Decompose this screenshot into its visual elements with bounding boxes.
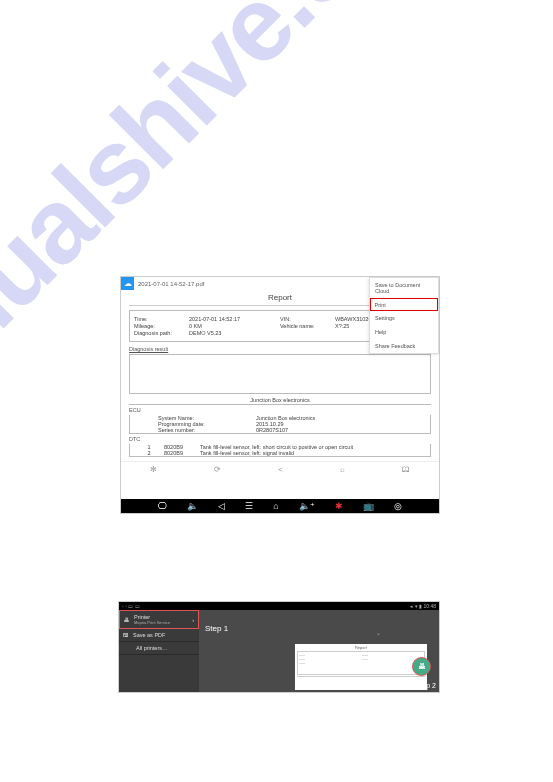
meta-time-value: 2021-07-01 14:52:17 bbox=[189, 316, 240, 322]
meta-path-label: Diagnosis path: bbox=[134, 330, 189, 336]
pdf-icon: 🖫 bbox=[123, 632, 129, 638]
record-icon[interactable]: 📺 bbox=[363, 501, 374, 511]
print-icon: 🖶 bbox=[418, 662, 426, 671]
share-icon[interactable]: < bbox=[278, 465, 283, 474]
meta-vname-label: Vehicle name: bbox=[280, 323, 335, 329]
dtc-table: 18020B9Tank fill-level sensor, left: sho… bbox=[129, 444, 431, 457]
chevron-down-icon[interactable]: ⌄ bbox=[376, 629, 381, 636]
status-left: ◦ ◦ ▭ ▭ bbox=[122, 603, 140, 609]
dtc-desc: Tank fill-level sensor, left: signal inv… bbox=[200, 450, 426, 456]
ecu-row-label: Series number: bbox=[134, 427, 256, 433]
bookmark-icon[interactable]: 🕮 bbox=[402, 465, 410, 474]
step1-label: Step 1 bbox=[205, 624, 228, 633]
screenshot-1: ☁ 2021-07-01 14-52-17.pdf Save to Docume… bbox=[120, 276, 440, 514]
dtc-num: 2 bbox=[134, 450, 164, 456]
printer-icon: 🖶 bbox=[124, 617, 130, 623]
sub-heading-1: Junction Box electronics bbox=[129, 396, 431, 405]
home-icon[interactable]: ⌂ bbox=[273, 501, 278, 511]
brightness-icon[interactable]: ✻ bbox=[150, 465, 157, 474]
preview-title: Report bbox=[296, 645, 426, 650]
printer-option[interactable]: 🖶 Printer Mopria Print Service › bbox=[119, 610, 199, 629]
pdf-label: Save as PDF bbox=[133, 632, 165, 638]
context-menu: Save to Document Cloud Print Settings He… bbox=[369, 277, 439, 354]
menu-help[interactable]: Help bbox=[370, 325, 438, 339]
back-icon[interactable]: ◁ bbox=[218, 501, 225, 511]
reload-icon[interactable]: ⟳ bbox=[214, 465, 221, 474]
meta-vname-value: X?:25 bbox=[335, 323, 349, 329]
print-preview-area: Step 1 ⌄ Report —————————— 🖶 Step 2 bbox=[199, 610, 439, 692]
printer-menu: 🖶 Printer Mopria Print Service › 🖫 Save … bbox=[119, 610, 199, 692]
step2-label: Step 2 bbox=[416, 682, 436, 689]
meta-path-value: DEMO V5.23 bbox=[189, 330, 221, 336]
menu-settings[interactable]: Settings bbox=[370, 311, 438, 325]
volume-up-icon[interactable]: 🔈⁺ bbox=[299, 501, 315, 511]
print-fab[interactable]: 🖶 bbox=[412, 657, 431, 676]
status-bar: ◦ ◦ ▭ ▭ ◂ ▾ ▮ 10:48 bbox=[119, 602, 439, 610]
status-right: ◂ ▾ ▮ 10:48 bbox=[410, 603, 436, 609]
dtc-code: 8020B9 bbox=[164, 450, 200, 456]
dtc-heading: DTC bbox=[129, 436, 431, 442]
meta-time-label: Time: bbox=[134, 316, 189, 322]
print-preview-page: Report —————————— bbox=[295, 644, 427, 690]
chevron-right-icon: › bbox=[192, 617, 194, 623]
all-printers-option[interactable]: All printers… bbox=[119, 642, 199, 655]
meta-vin-label: VIN: bbox=[280, 316, 335, 322]
bluetooth-icon[interactable]: ✱ bbox=[335, 501, 343, 511]
menu-save-cloud[interactable]: Save to Document Cloud bbox=[370, 278, 438, 298]
meta-mileage-label: Mileage: bbox=[134, 323, 189, 329]
empty-box bbox=[129, 354, 431, 394]
all-printers-label: All printers… bbox=[136, 645, 167, 651]
ecu-table: System Name:Junction Box electronics Pro… bbox=[129, 415, 431, 434]
cloud-icon: ☁ bbox=[121, 277, 134, 290]
screenshot-icon[interactable]: 🖵 bbox=[158, 501, 167, 511]
recent-icon[interactable]: ☰ bbox=[245, 501, 253, 511]
filename: 2021-07-01 14-52-17.pdf bbox=[134, 281, 204, 287]
screenshot-2: ◦ ◦ ▭ ▭ ◂ ▾ ▮ 10:48 🖶 Printer Mopria Pri… bbox=[118, 601, 440, 693]
search-icon[interactable]: ⌕ bbox=[340, 465, 345, 474]
meta-mileage-value: 0 KM bbox=[189, 323, 202, 329]
app-toolbar: ✻ ⟳ < ⌕ 🕮 bbox=[121, 461, 439, 476]
menu-print[interactable]: Print bbox=[370, 298, 438, 311]
menu-feedback[interactable]: Share Feedback bbox=[370, 339, 438, 353]
ecu-row-value: 0R2807S107 bbox=[256, 427, 426, 433]
ecu-heading: ECU bbox=[129, 407, 431, 413]
printer-sub: Mopria Print Service bbox=[134, 620, 170, 625]
save-pdf-option[interactable]: 🖫 Save as PDF bbox=[119, 629, 199, 642]
android-navbar: 🖵 🔈 ◁ ☰ ⌂ 🔈⁺ ✱ 📺 ◎ bbox=[121, 499, 439, 513]
power-icon[interactable]: ◎ bbox=[394, 501, 402, 511]
volume-down-icon[interactable]: 🔈 bbox=[187, 501, 198, 511]
